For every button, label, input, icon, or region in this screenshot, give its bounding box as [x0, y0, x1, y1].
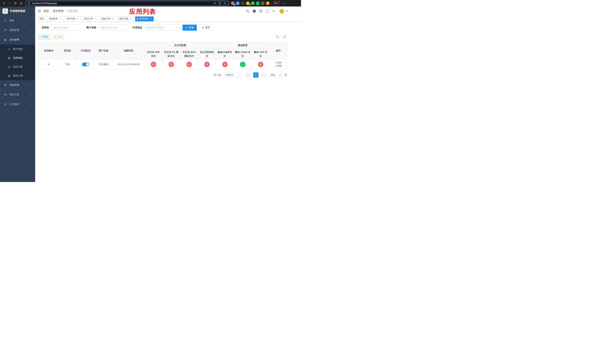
cell-created: 2021-10-23 08:49:25: [113, 59, 145, 69]
extension-green-circle-icon[interactable]: [251, 1, 255, 5]
site-info-icon[interactable]: [28, 2, 31, 5]
reset-button[interactable]: 重置: [199, 25, 213, 31]
address-bar[interactable]: localhost:1024/pay/app: [25, 1, 229, 6]
search-icon: [185, 26, 188, 29]
browser-back-button[interactable]: [1, 1, 6, 6]
col-header-status: 开启状态: [77, 42, 95, 59]
edit-button[interactable]: ✎ 修改: [275, 61, 282, 64]
prev-page-button[interactable]: ‹: [246, 72, 251, 78]
tab-pay-order[interactable]: 支付订单 ×: [82, 16, 98, 21]
breadcrumb-payment[interactable]: 支付管理: [53, 10, 63, 13]
user-avatar[interactable]: [279, 8, 285, 14]
chevron-down-icon: [30, 93, 32, 95]
extension-dark-icon[interactable]: [241, 1, 245, 5]
cell-merchant: 芋道源码: [95, 59, 113, 69]
cell-app-id: 6: [39, 59, 58, 69]
sidebar-item-pay-order[interactable]: ◎ 支付订单: [0, 62, 35, 71]
close-icon[interactable]: ×: [149, 18, 152, 20]
sidebar-item-merchant-info[interactable]: ▭ 商户信息: [0, 45, 35, 54]
add-button[interactable]: + 新增: [39, 34, 50, 39]
tab-user-group[interactable]: 用户分组 ×: [65, 16, 81, 21]
wechat-jsapi-pay-status-icon: ✓: [240, 62, 246, 67]
user-menu-caret-icon[interactable]: [286, 11, 288, 12]
close-icon[interactable]: ×: [59, 18, 62, 20]
header-search-icon[interactable]: [246, 10, 249, 13]
sidebar-item-payment[interactable]: ¥ 支付管理: [0, 35, 35, 45]
col-header-app-name: 应用名: [58, 42, 77, 59]
export-button[interactable]: 导出: [52, 34, 64, 39]
extension-green-square-icon[interactable]: [256, 1, 259, 5]
breadcrumb-separator: /: [65, 10, 66, 13]
grid-icon: ▦: [7, 56, 11, 60]
alipay-qr-pay-status-icon: ✕: [204, 62, 210, 67]
col-header-ops: 操作: [269, 42, 287, 59]
status-label: 开启状态: [133, 26, 142, 29]
password-key-icon[interactable]: [214, 2, 216, 5]
svg-text:?: ?: [260, 10, 261, 12]
record-icon: ◎: [7, 65, 11, 68]
edit-icon: ✎: [275, 62, 277, 64]
delete-button[interactable]: 删除: [275, 64, 282, 67]
workflow-icon: ≣: [4, 103, 7, 106]
chevron-down-icon: [176, 26, 178, 28]
dashboard-icon: ⊙: [4, 19, 7, 22]
chevron-down-icon: [30, 103, 32, 105]
page-number-1[interactable]: 1: [253, 72, 258, 78]
bookmark-star-icon[interactable]: [224, 2, 226, 5]
extension-face-icon[interactable]: [266, 1, 269, 5]
hamburger-icon[interactable]: [35, 10, 44, 13]
sidebar-item-system[interactable]: ⚙ 系统管理: [0, 25, 35, 35]
page-content: 应用名 商户名称 开启状态 请选择开启状态 搜索: [35, 22, 301, 78]
close-icon[interactable]: ×: [94, 18, 97, 20]
sidebar: 芋道管理系统 ⊙ 首页 ⚙ 系统管理 ¥ 支付管理 ▭ 商户信息 ▦ 应用信息: [0, 7, 35, 182]
logo-avatar: [2, 8, 8, 14]
plus-icon: +: [41, 36, 43, 38]
tab-merchant-info[interactable]: 商户信息 ×: [118, 16, 133, 21]
tab-home[interactable]: 首页: [38, 16, 45, 21]
total-count: 共 1 条: [214, 73, 221, 77]
close-icon[interactable]: ×: [76, 18, 79, 20]
sidebar-item-devtools[interactable]: ⚒ 研发工具: [0, 90, 35, 99]
goto-page-input[interactable]: [277, 72, 283, 78]
browser-reload-button[interactable]: [13, 1, 18, 6]
sidebar-item-home[interactable]: ⊙ 首页: [0, 16, 35, 25]
breadcrumb-home[interactable]: 首页: [44, 10, 49, 13]
browser-update-button[interactable]: 更新: [271, 1, 280, 6]
tab-app-info[interactable]: 应用信息 ×: [135, 16, 154, 21]
status-select[interactable]: 请选择开启状态: [144, 25, 180, 31]
tab-refund-order[interactable]: 退款订单 ×: [100, 16, 116, 21]
browser-menu-button[interactable]: ⋮: [282, 1, 285, 5]
status-toggle[interactable]: [82, 63, 89, 66]
sidebar-item-app-info[interactable]: ▦ 应用信息: [0, 54, 35, 62]
download-icon: [54, 36, 56, 38]
close-icon[interactable]: ×: [129, 18, 132, 20]
share-icon[interactable]: [218, 2, 221, 5]
sidebar-item-workflow[interactable]: ≣ 工作流程: [0, 99, 35, 109]
show-search-toggle-button[interactable]: [275, 34, 280, 39]
fullscreen-icon[interactable]: [266, 10, 269, 13]
extension-blue-icon[interactable]: [236, 1, 239, 5]
alipay-app-pay-status-icon: ✕: [151, 62, 156, 67]
url-text[interactable]: localhost:1024/pay/app: [32, 2, 211, 5]
sidebar-logo[interactable]: 芋道管理系统: [0, 7, 35, 16]
help-icon[interactable]: ?: [259, 10, 262, 13]
sidebar-item-infrastructure[interactable]: ⊞ 基础设施: [0, 80, 35, 90]
page-size-select[interactable]: 10条/页: [224, 72, 241, 78]
next-page-button[interactable]: ›: [261, 72, 266, 78]
browser-forward-button[interactable]: [7, 1, 12, 6]
extension-colorful-icon[interactable]: 1: [246, 1, 249, 5]
close-icon[interactable]: ×: [112, 18, 114, 20]
font-size-icon[interactable]: TT: [272, 10, 276, 13]
tab-process-form[interactable]: 流程表单 ×: [47, 16, 63, 21]
navbar-actions: ? TT: [243, 8, 301, 14]
refresh-table-button[interactable]: [282, 34, 287, 39]
extension-puzzle-icon[interactable]: 10: [231, 1, 235, 5]
filter-form: 应用名 商户名称 开启状态 请选择开启状态 搜索: [42, 25, 301, 31]
extension-pin-icon[interactable]: [261, 1, 265, 5]
search-button[interactable]: 搜索: [183, 25, 197, 31]
github-icon[interactable]: [252, 10, 256, 13]
browser-home-button[interactable]: [19, 1, 23, 6]
merchant-name-input[interactable]: [98, 25, 128, 31]
app-name-input[interactable]: [51, 25, 82, 31]
sidebar-item-refund-order[interactable]: ▤ 退款订单: [0, 71, 35, 80]
